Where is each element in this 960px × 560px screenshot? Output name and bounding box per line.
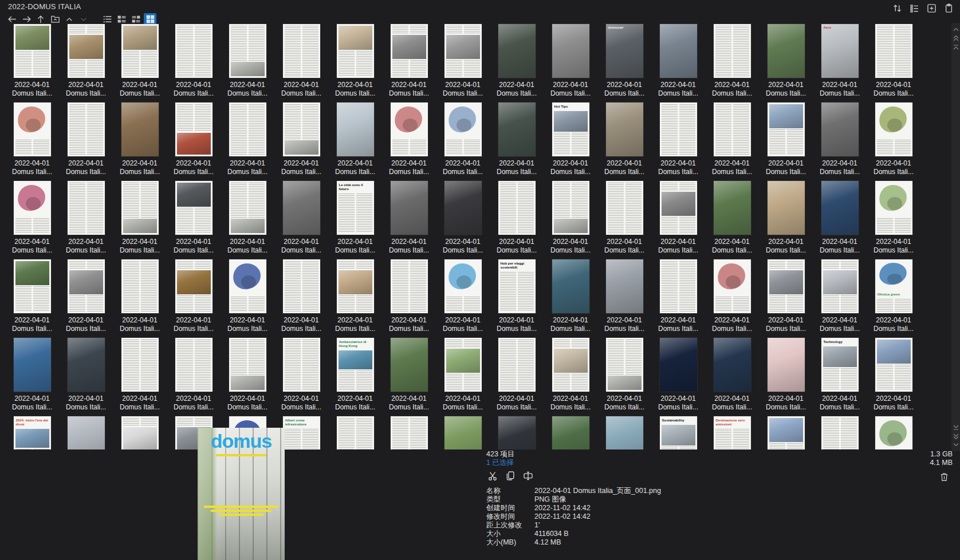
grid-item[interactable]: 2022-04-01Domus Itali...: [759, 259, 813, 337]
grid-item[interactable]: 2022-04-01Domus Itali...: [651, 23, 705, 102]
grid-item[interactable]: 2022-04-01Domus Itali...: [759, 102, 813, 180]
sort-button[interactable]: [891, 2, 903, 14]
grid-item[interactable]: 2022-04-01Domus Itali...: [221, 259, 274, 337]
rename-button[interactable]: [522, 470, 534, 482]
grid-item[interactable]: 2022-04-01Domus Itali...: [5, 180, 59, 259]
grid-item[interactable]: 2022-04-01Domus Itali...: [759, 23, 813, 102]
grid-item[interactable]: 2022-04-01Domus Itali...: [274, 180, 328, 259]
grid-item[interactable]: 2022-04-01Domus Itali...: [436, 337, 490, 416]
grid-item[interactable]: Olistica green2022-04-01Domus Itali...: [867, 259, 920, 337]
copy-button[interactable]: [505, 470, 516, 482]
grid-item[interactable]: 2022-04-01Domus Itali...: [597, 102, 651, 180]
grid-item[interactable]: 2022-04-01Domus Itali...: [436, 23, 490, 102]
grid-item[interactable]: 2022-04-01Domus Itali...: [382, 416, 436, 449]
grid-item[interactable]: 2022-04-01Domus Itali...: [705, 180, 759, 259]
grid-item[interactable]: 2022-04-01Domus Itali...: [867, 180, 920, 259]
grid-item[interactable]: 2022-04-01Domus Itali...: [490, 416, 544, 449]
grid-item[interactable]: 2022-04-01Domus Itali...: [651, 259, 705, 337]
grid-item[interactable]: 2022-04-01Domus Itali...: [274, 337, 328, 416]
grid-item[interactable]: 2022-04-01Domus Itali...: [436, 416, 490, 449]
grid-item[interactable]: 2022-04-01Domus Itali...: [436, 102, 490, 180]
grid-item[interactable]: 2022-04-01Domus Itali...: [274, 102, 328, 180]
grid-item[interactable]: 2022-04-01Domus Itali...: [651, 180, 705, 259]
grid-item[interactable]: 2022-04-01Domus Itali...: [651, 102, 705, 180]
grid-item[interactable]: 2022-04-01Domus Itali...: [544, 416, 597, 449]
grid-item[interactable]: 2022-04-01Domus Itali...: [113, 416, 167, 449]
grid-item[interactable]: 2022-04-01Domus Itali...: [597, 259, 651, 337]
scrollbar[interactable]: [951, 23, 960, 451]
grid-item[interactable]: 2022-04-01Domus Itali...: [813, 180, 867, 259]
grid-item[interactable]: 2022-04-01Domus Itali...: [221, 102, 274, 180]
grid-item[interactable]: 2022-04-01Domus Itali...: [5, 102, 59, 180]
grid-item[interactable]: 2022-04-01Domus Itali...: [274, 259, 328, 337]
scroll-down-button[interactable]: [951, 440, 960, 449]
grid-item[interactable]: 2022-04-01Domus Itali...: [221, 23, 274, 102]
grid-item[interactable]: 2022-04-01Domus Itali...: [328, 259, 382, 337]
scroll-up-button[interactable]: [951, 25, 960, 34]
grid-item[interactable]: 2022-04-01Domus Itali...: [651, 337, 705, 416]
grid-item[interactable]: 2022-04-01Domus Itali...: [867, 102, 920, 180]
selected-file-preview[interactable]: domus: [198, 428, 285, 560]
grid-item[interactable]: 2022-04-01Domus Itali...: [113, 337, 167, 416]
grid-item[interactable]: 2022-04-01Domus Itali...: [167, 259, 221, 337]
grid-item[interactable]: 2022-04-01Domus Itali...: [705, 23, 759, 102]
grid-item[interactable]: 2022-04-01Domus Itali...: [5, 259, 59, 337]
scroll-bottom-button[interactable]: [951, 423, 960, 432]
grid-item[interactable]: 2022-04-01Domus Itali...: [813, 102, 867, 180]
grid-item[interactable]: 2022-04-01Domus Itali...: [382, 102, 436, 180]
grid-item[interactable]: 2022-04-01Domus Itali...: [382, 259, 436, 337]
grid-item[interactable]: 2022-04-01Domus Itali...: [705, 259, 759, 337]
grid-item[interactable]: Technology2022-04-01Domus Itali...: [813, 337, 867, 416]
scroll-top-button[interactable]: [951, 42, 960, 51]
grid-item[interactable]: 2022-04-01Domus Itali...: [490, 23, 544, 102]
grid-item[interactable]: 2022-04-01Domus Itali...: [328, 102, 382, 180]
grid-item[interactable]: 2022-04-01Domus Itali...: [328, 23, 382, 102]
grid-item[interactable]: 2022-04-01Domus Itali...: [597, 337, 651, 416]
grid-item[interactable]: 2022-04-01Domus Itali...: [113, 259, 167, 337]
trash-button[interactable]: [938, 471, 950, 483]
grid-item[interactable]: 2022-04-01Domus Itali...: [597, 416, 651, 449]
grid-item[interactable]: Destinazione zero emissioni2022-04-01Dom…: [705, 416, 759, 449]
grid-item[interactable]: 2022-04-01Domus Itali...: [59, 23, 113, 102]
grid-item[interactable]: 2022-04-01Domus Itali...: [867, 337, 920, 416]
grid-item[interactable]: 2022-04-01Domus Itali...: [59, 180, 113, 259]
grid-item[interactable]: 2022-04-01Domus Itali...: [544, 180, 597, 259]
grid-item[interactable]: 2022-04-01Domus Itali...: [759, 337, 813, 416]
grid-item[interactable]: 2022-04-01Domus Itali...: [544, 23, 597, 102]
grid-item[interactable]: Le città sono il futuro2022-04-01Domus I…: [328, 180, 382, 259]
grid-item[interactable]: 2022-04-01Domus Itali...: [705, 337, 759, 416]
grid-item[interactable]: 2022-04-01Domus Itali...: [759, 180, 813, 259]
grid-item[interactable]: Sustainability2022-04-01Domus Itali...: [651, 416, 705, 449]
grid-item[interactable]: 2022-04-01Domus Itali...: [5, 23, 59, 102]
grid-item[interactable]: 2022-04-01Domus Itali...: [705, 102, 759, 180]
grid-item[interactable]: 2022-04-01Domus Itali...: [544, 259, 597, 337]
grid-item[interactable]: 2022-04-01Domus Itali...: [221, 180, 274, 259]
grid-item[interactable]: 2022-04-01Domus Itali...: [490, 180, 544, 259]
grid-item[interactable]: 2022-04-01Domus Itali...: [382, 337, 436, 416]
grid-item[interactable]: 2022-04-01Domus Itali...: [221, 337, 274, 416]
grid-item[interactable]: 2022-04-01Domus Itali...: [5, 337, 59, 416]
grid-item[interactable]: 2022-04-01Domus Itali...: [59, 337, 113, 416]
grid-item[interactable]: 2022-04-01Domus Itali...: [436, 180, 490, 259]
grid-item[interactable]: Ambasciatrice di Hong Kong2022-04-01Domu…: [328, 337, 382, 416]
cut-button[interactable]: [487, 470, 498, 482]
grid-item[interactable]: 2022-04-01Domus Itali...: [328, 416, 382, 449]
grid-item[interactable]: 2022-04-01Domus Itali...: [867, 416, 920, 449]
grid-item[interactable]: 2022-04-01Domus Itali...: [759, 416, 813, 449]
grid-item[interactable]: 2022-04-01Domus Itali...: [274, 23, 328, 102]
select-items-button[interactable]: [908, 2, 920, 14]
grid-item[interactable]: 2022-04-01Domus Itali...: [490, 337, 544, 416]
grid-item[interactable]: 2022-04-01Domus Itali...: [113, 102, 167, 180]
grid-item[interactable]: 2022-04-01Domus Itali...: [382, 180, 436, 259]
grid-item[interactable]: Hot Tips2022-04-01Domus Itali...: [544, 102, 597, 180]
grid-item[interactable]: 2022-04-01Domus Itali...: [597, 180, 651, 259]
grid-item[interactable]: 2024: inizio l'era dei droni2022-04-01Do…: [5, 416, 59, 449]
grid-item[interactable]: Aero2022-04-01Domus Itali...: [813, 23, 867, 102]
grid-item[interactable]: domusair2022-04-01Domus Itali...: [597, 23, 651, 102]
grid-item[interactable]: 2022-04-01Domus Itali...: [867, 23, 920, 102]
grid-item[interactable]: 2022-04-01Domus Itali...: [113, 180, 167, 259]
grid-item[interactable]: 2022-04-01Domus Itali...: [59, 416, 113, 449]
grid-item[interactable]: 2022-04-01Domus Itali...: [59, 259, 113, 337]
grid-item[interactable]: 2022-04-01Domus Itali...: [167, 23, 221, 102]
grid-item[interactable]: 2022-04-01Domus Itali...: [436, 259, 490, 337]
